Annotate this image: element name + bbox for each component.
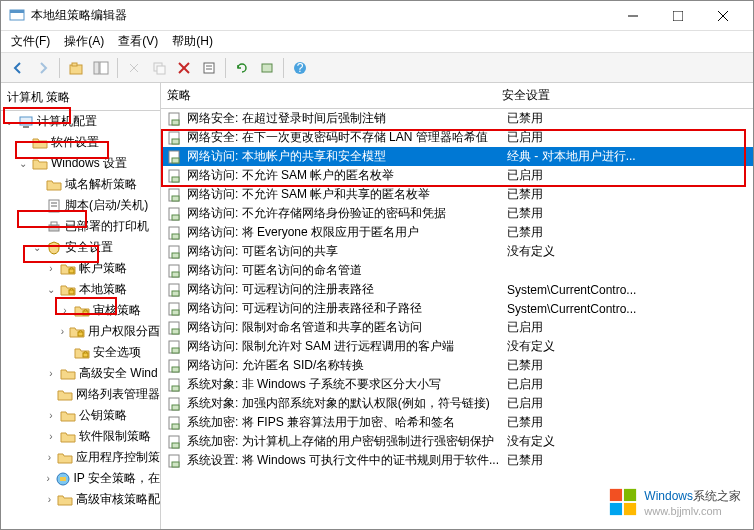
policy-name: 系统加密: 将 FIPS 兼容算法用于加密、哈希和签名 <box>187 414 507 431</box>
tree-panel: 计算机 策略 ⌄计算机配置软件设置⌄Windows 设置域名解析策略脚本(启动/… <box>1 83 161 529</box>
list-row[interactable]: 系统加密: 将 FIPS 兼容算法用于加密、哈希和签名已禁用 <box>161 413 753 432</box>
folder-icon <box>32 156 48 172</box>
copy-button[interactable] <box>148 57 170 79</box>
refresh-button[interactable] <box>231 57 253 79</box>
forward-button[interactable] <box>32 57 54 79</box>
tree-label: 审核策略 <box>93 302 141 319</box>
list-row[interactable]: 系统对象: 加强内部系统对象的默认权限(例如，符号链接)已启用 <box>161 394 753 413</box>
tree-node[interactable]: ›应用程序控制策 <box>1 447 160 468</box>
tree-node[interactable]: 域名解析策略 <box>1 174 160 195</box>
tree-node[interactable]: 网络列表管理器 <box>1 384 160 405</box>
tree-node[interactable]: ⌄本地策略 <box>1 279 160 300</box>
menu-view[interactable]: 查看(V) <box>118 33 158 50</box>
window-title: 本地组策略编辑器 <box>31 7 610 24</box>
svg-rect-22 <box>20 117 32 125</box>
list-row[interactable]: 网络访问: 可远程访问的注册表路径和子路径System\CurrentContr… <box>161 299 753 318</box>
expand-icon[interactable]: ⌄ <box>3 116 15 127</box>
tree-label: 用户权限分酉 <box>88 323 160 340</box>
expand-icon[interactable]: › <box>45 452 54 463</box>
list-row[interactable]: 网络访问: 本地帐户的共享和安全模型经典 - 对本地用户进行... <box>161 147 753 166</box>
list-row[interactable]: 网络访问: 可远程访问的注册表路径System\CurrentContro... <box>161 280 753 299</box>
tree-node[interactable]: ›高级审核策略配 <box>1 489 160 510</box>
svg-rect-37 <box>172 120 179 125</box>
expand-icon[interactable]: › <box>45 431 57 442</box>
svg-rect-19 <box>262 64 272 72</box>
policy-item-icon <box>167 434 183 450</box>
tree-node[interactable]: ›帐户策略 <box>1 258 160 279</box>
tree-node[interactable]: ›审核策略 <box>1 300 160 321</box>
export-list-button[interactable] <box>256 57 278 79</box>
expand-icon[interactable]: › <box>59 305 71 316</box>
expand-icon[interactable]: ⌄ <box>45 284 57 295</box>
menu-file[interactable]: 文件(F) <box>11 33 50 50</box>
cut-button[interactable] <box>123 57 145 79</box>
column-setting[interactable]: 安全设置 <box>502 87 747 104</box>
tree-node[interactable]: 已部署的打印机 <box>1 216 160 237</box>
tree-node[interactable]: ›用户权限分酉 <box>1 321 160 342</box>
tree-node[interactable]: ⌄计算机配置 <box>1 111 160 132</box>
list-row[interactable]: 网络安全: 在下一次更改密码时不存储 LAN 管理器哈希值已启用 <box>161 128 753 147</box>
policy-setting: 已禁用 <box>507 205 747 222</box>
help-button[interactable]: ? <box>289 57 311 79</box>
expand-icon[interactable]: › <box>45 494 54 505</box>
tree-node[interactable]: ›软件限制策略 <box>1 426 160 447</box>
list-row[interactable]: 网络访问: 可匿名访问的命名管道 <box>161 261 753 280</box>
policy-setting: 已禁用 <box>507 110 747 127</box>
expand-icon[interactable]: ⌄ <box>31 242 43 253</box>
tree-label: 已部署的打印机 <box>65 218 149 235</box>
delete-button[interactable] <box>173 57 195 79</box>
tree-node[interactable]: 脚本(启动/关机) <box>1 195 160 216</box>
list-row[interactable]: 网络访问: 不允许 SAM 帐户和共享的匿名枚举已禁用 <box>161 185 753 204</box>
policy-name: 系统对象: 非 Windows 子系统不要求区分大小写 <box>187 376 507 393</box>
list-row[interactable]: 网络安全: 在超过登录时间后强制注销已禁用 <box>161 109 753 128</box>
expand-icon[interactable]: › <box>45 473 52 484</box>
security-icon <box>46 240 62 256</box>
list-panel: 策略 安全设置 网络安全: 在超过登录时间后强制注销已禁用网络安全: 在下一次更… <box>161 83 753 529</box>
list-row[interactable]: 网络访问: 允许匿名 SID/名称转换已禁用 <box>161 356 753 375</box>
close-button[interactable] <box>700 2 745 30</box>
policy-name: 网络访问: 限制对命名管道和共享的匿名访问 <box>187 319 507 336</box>
svg-rect-67 <box>172 405 179 410</box>
list-row[interactable]: 系统对象: 非 Windows 子系统不要求区分大小写已启用 <box>161 375 753 394</box>
tree-label: 安全设置 <box>65 239 113 256</box>
policy-setting: 没有定义 <box>507 338 747 355</box>
tree-node[interactable]: ⌄安全设置 <box>1 237 160 258</box>
list-row[interactable]: 网络访问: 限制对命名管道和共享的匿名访问已启用 <box>161 318 753 337</box>
policy-name: 系统设置: 将 Windows 可执行文件中的证书规则用于软件... <box>187 452 507 469</box>
policy-item-icon <box>167 168 183 184</box>
tree-node[interactable]: ›高级安全 Wind <box>1 363 160 384</box>
computer-icon <box>18 114 34 130</box>
policy-setting: 已禁用 <box>507 224 747 241</box>
menu-help[interactable]: 帮助(H) <box>172 33 213 50</box>
watermark: Windows系统之家 www.bjjmlv.com <box>608 487 741 517</box>
minimize-button[interactable] <box>610 2 655 30</box>
list-header: 策略 安全设置 <box>161 83 753 109</box>
list-row[interactable]: 系统加密: 为计算机上存储的用户密钥强制进行强密钥保护没有定义 <box>161 432 753 451</box>
list-row[interactable]: 网络访问: 不允许存储网络身份验证的密码和凭据已禁用 <box>161 204 753 223</box>
up-button[interactable] <box>65 57 87 79</box>
expand-icon[interactable]: › <box>45 263 57 274</box>
properties-button[interactable] <box>198 57 220 79</box>
column-policy[interactable]: 策略 <box>167 87 502 104</box>
expand-icon[interactable]: › <box>45 368 57 379</box>
show-hide-tree-button[interactable] <box>90 57 112 79</box>
maximize-button[interactable] <box>655 2 700 30</box>
list-row[interactable]: 网络访问: 将 Everyone 权限应用于匿名用户已禁用 <box>161 223 753 242</box>
policy-setting: 已禁用 <box>507 414 747 431</box>
expand-icon[interactable]: › <box>45 410 57 421</box>
tree-node[interactable]: ›公钥策略 <box>1 405 160 426</box>
tree-node[interactable]: 安全选项 <box>1 342 160 363</box>
menu-action[interactable]: 操作(A) <box>64 33 104 50</box>
policy-item-icon <box>167 206 183 222</box>
list-row[interactable]: 网络访问: 不允许 SAM 帐户的匿名枚举已启用 <box>161 166 753 185</box>
list-row[interactable]: 网络访问: 可匿名访问的共享没有定义 <box>161 242 753 261</box>
list-row[interactable]: 系统设置: 将 Windows 可执行文件中的证书规则用于软件...已禁用 <box>161 451 753 470</box>
tree-node[interactable]: ›IP 安全策略，在 <box>1 468 160 489</box>
tree-node[interactable]: 软件设置 <box>1 132 160 153</box>
expand-icon[interactable]: › <box>59 326 66 337</box>
tree-node[interactable]: ⌄Windows 设置 <box>1 153 160 174</box>
folder-lock-icon <box>60 261 76 277</box>
expand-icon[interactable]: ⌄ <box>17 158 29 169</box>
back-button[interactable] <box>7 57 29 79</box>
list-row[interactable]: 网络访问: 限制允许对 SAM 进行远程调用的客户端没有定义 <box>161 337 753 356</box>
